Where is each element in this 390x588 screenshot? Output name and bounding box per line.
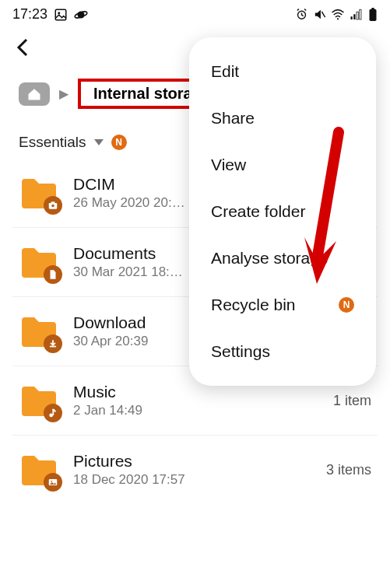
- svg-point-6: [337, 18, 339, 19]
- wifi-icon: [331, 8, 345, 22]
- document-icon: [44, 265, 62, 284]
- menu-item-recycle-bin[interactable]: Recycle bin N: [189, 282, 376, 328]
- item-date: 18 Dec 2020 17:57: [73, 472, 312, 488]
- folder-icon: [19, 450, 59, 490]
- menu-item-share[interactable]: Share: [189, 95, 376, 142]
- item-count: 3 items: [326, 462, 371, 478]
- planet-icon: [74, 8, 88, 22]
- menu-item-settings[interactable]: Settings: [189, 328, 376, 375]
- chevron-down-icon[interactable]: [94, 139, 104, 145]
- menu-label: View: [211, 156, 246, 174]
- menu-item-edit[interactable]: Edit: [189, 48, 376, 95]
- svg-line-5: [321, 12, 325, 17]
- picture-icon: [54, 8, 68, 22]
- chevron-right-icon: ▶: [59, 86, 69, 101]
- svg-rect-8: [353, 14, 355, 19]
- svg-point-19: [51, 481, 52, 482]
- item-count: 1 item: [333, 393, 371, 409]
- menu-label: Settings: [211, 342, 270, 361]
- menu-item-create-folder[interactable]: Create folder: [189, 188, 376, 235]
- menu-label: Recycle bin: [211, 296, 296, 314]
- menu-label: Edit: [211, 62, 239, 81]
- list-item[interactable]: Pictures 18 Dec 2020 17:57 3 items: [12, 436, 378, 504]
- svg-point-1: [58, 12, 60, 14]
- battery-icon: [368, 8, 378, 22]
- filter-label[interactable]: Essentials: [19, 134, 86, 151]
- signal-icon: [350, 8, 364, 22]
- folder-icon: [19, 242, 59, 282]
- folder-icon: [19, 173, 59, 213]
- svg-rect-10: [360, 9, 361, 19]
- alarm-icon: [295, 8, 308, 21]
- clock: 17:23: [12, 6, 47, 23]
- menu-item-view[interactable]: View: [189, 142, 376, 188]
- menu-item-analyse-storage[interactable]: Analyse storage: [189, 235, 376, 282]
- svg-rect-15: [51, 201, 55, 203]
- svg-rect-11: [370, 9, 377, 20]
- svg-point-16: [49, 414, 53, 418]
- music-icon: [44, 404, 62, 422]
- status-bar: 17:23: [0, 0, 390, 29]
- svg-rect-12: [371, 8, 374, 10]
- new-badge: N: [339, 297, 354, 313]
- folder-icon: [19, 380, 59, 421]
- svg-point-14: [51, 205, 54, 208]
- download-icon: [44, 334, 62, 353]
- camera-icon: [44, 196, 62, 215]
- new-badge: N: [111, 135, 127, 150]
- menu-label: Create folder: [211, 202, 305, 221]
- svg-rect-7: [351, 16, 353, 19]
- svg-rect-0: [55, 9, 66, 20]
- svg-rect-9: [357, 12, 358, 19]
- folder-icon: [19, 311, 59, 352]
- item-name: Pictures: [73, 452, 312, 471]
- menu-label: Share: [211, 109, 255, 128]
- mute-icon: [313, 8, 326, 21]
- back-button[interactable]: [12, 37, 34, 58]
- menu-label: Analyse storage: [211, 249, 329, 268]
- home-icon[interactable]: [19, 82, 50, 106]
- overflow-menu: Edit Share View Create folder Analyse st…: [189, 37, 376, 386]
- item-date: 2 Jan 14:49: [73, 403, 319, 418]
- image-icon: [44, 473, 62, 492]
